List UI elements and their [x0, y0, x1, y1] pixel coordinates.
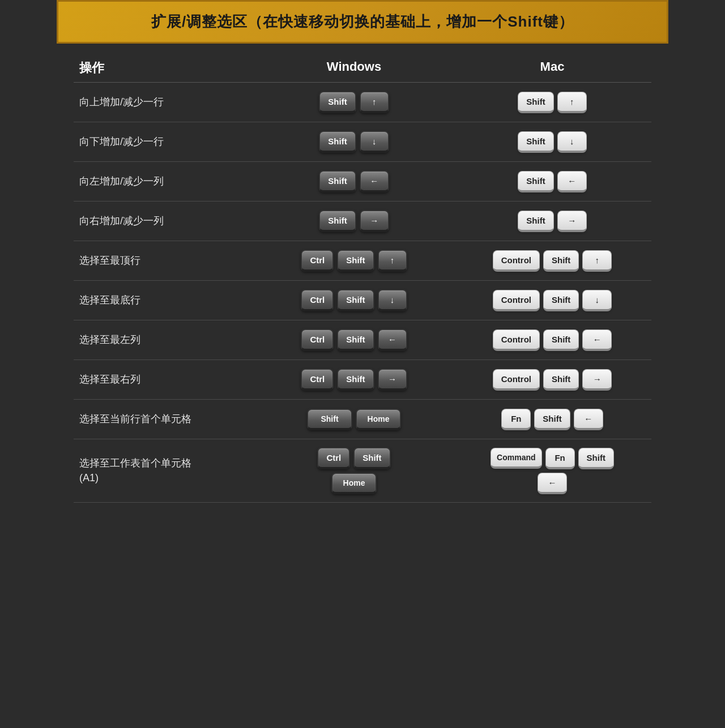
mac-keys: Fn Shift ←: [453, 409, 651, 430]
key-fn-mac: Fn: [545, 448, 575, 469]
key-up-mac: ↑: [557, 92, 587, 113]
row-label: 向上增加/减少一行: [74, 95, 255, 109]
key-up-win: ↑: [378, 250, 407, 272]
win-keys: Ctrl Shift ↑: [255, 250, 453, 272]
key-ctrl-win: Ctrl: [301, 329, 334, 351]
key-shift-mac: Shift: [518, 171, 553, 192]
key-shift-mac: Shift: [534, 409, 570, 430]
key-shift-win: Shift: [319, 210, 356, 232]
key-down-win: ↓: [360, 131, 389, 153]
col-mac: Mac: [453, 59, 651, 76]
win-keys-row2: Home: [331, 473, 377, 494]
win-keys: Ctrl Shift →: [255, 369, 453, 391]
col-windows: Windows: [255, 59, 453, 76]
key-shift-win: Shift: [337, 369, 374, 391]
table-row: 向下增加/减少一行 Shift ↓ Shift ↓: [74, 122, 651, 162]
key-left-mac: ←: [582, 329, 612, 351]
row-label: 选择至最底行: [74, 293, 255, 307]
win-keys: Ctrl Shift ←: [255, 329, 453, 351]
mac-keys: Shift ←: [453, 171, 651, 192]
key-control-mac: Control: [493, 290, 540, 311]
row-label: 向下增加/减少一行: [74, 135, 255, 149]
win-keys: Shift Home: [255, 409, 453, 430]
key-down-mac: ↓: [557, 131, 587, 153]
mac-keys-row2: ←: [538, 473, 567, 494]
key-shift-win: Shift: [319, 170, 356, 192]
page-title: 扩展/调整选区（在快速移动切换的基础上，增加一个Shift键）: [70, 12, 655, 32]
row-label: 选择至最右列: [74, 372, 255, 387]
table-row: 选择至最左列 Ctrl Shift ← Control Shift ←: [74, 320, 651, 360]
key-shift-mac: Shift: [518, 131, 553, 153]
table-row: 选择至当前行首个单元格 Shift Home Fn Shift ←: [74, 400, 651, 439]
key-left-win: ←: [360, 170, 389, 192]
row-label: 选择至最顶行: [74, 254, 255, 268]
table-row: 选择至工作表首个单元格 (A1) Ctrl Shift Home Command: [74, 439, 651, 503]
key-shift-mac: Shift: [543, 290, 579, 311]
table-row: 选择至最底行 Ctrl Shift ↓ Control Shift ↓: [74, 281, 651, 320]
row-label: 选择至工作表首个单元格 (A1): [74, 456, 255, 485]
mac-keys: Control Shift ↓: [453, 290, 651, 311]
row-label: 选择至当前行首个单元格: [74, 412, 255, 426]
row-label: 选择至最左列: [74, 333, 255, 347]
key-left-mac: ←: [557, 171, 587, 192]
win-keys: Shift →: [255, 210, 453, 232]
key-ctrl-win: Ctrl: [301, 250, 334, 272]
key-shift-mac: Shift: [518, 211, 553, 232]
col-operation: 操作: [74, 59, 255, 76]
key-shift-win: Shift: [307, 409, 352, 430]
key-ctrl-win: Ctrl: [301, 289, 334, 311]
key-right-win: →: [378, 369, 407, 391]
win-keys: Shift ↑: [255, 91, 453, 113]
main-container: 扩展/调整选区（在快速移动切换的基础上，增加一个Shift键） 操作 Windo…: [57, 0, 668, 520]
key-control-mac: Control: [493, 250, 540, 272]
mac-keys: Shift →: [453, 211, 651, 232]
column-headers: 操作 Windows Mac: [74, 49, 651, 83]
mac-keys: Control Shift ←: [453, 329, 651, 351]
key-ctrl-win: Ctrl: [301, 369, 334, 391]
key-control-mac: Control: [493, 329, 540, 351]
key-left-mac: ←: [538, 473, 567, 494]
key-shift-win: Shift: [337, 289, 374, 311]
key-shift-win: Shift: [353, 447, 390, 469]
key-up-win: ↑: [360, 91, 389, 113]
table-area: 操作 Windows Mac 向上增加/减少一行 Shift ↑ Shift ↑…: [57, 44, 668, 520]
key-fn-mac: Fn: [501, 409, 531, 430]
key-control-mac: Control: [493, 369, 540, 391]
win-keys: Shift ↓: [255, 131, 453, 153]
win-keys: Ctrl Shift Home: [255, 447, 453, 494]
key-down-win: ↓: [378, 289, 407, 311]
mac-keys: Shift ↑: [453, 92, 651, 113]
page-header: 扩展/调整选区（在快速移动切换的基础上，增加一个Shift键）: [57, 0, 668, 44]
key-right-mac: →: [582, 369, 612, 391]
key-down-mac: ↓: [582, 290, 612, 311]
mac-keys-row1: Command Fn Shift: [491, 448, 614, 469]
table-row: 向左增加/减少一列 Shift ← Shift ←: [74, 162, 651, 202]
key-shift-mac: Shift: [543, 250, 579, 272]
win-keys: Shift ←: [255, 170, 453, 192]
key-shift-mac: Shift: [543, 329, 579, 351]
row-label: 向左增加/减少一列: [74, 174, 255, 189]
key-shift-mac: Shift: [543, 369, 579, 391]
key-right-mac: →: [557, 211, 587, 232]
key-shift-mac: Shift: [518, 92, 553, 113]
key-shift-win: Shift: [337, 329, 374, 351]
key-left-mac: ←: [574, 409, 603, 430]
key-shift-mac: Shift: [578, 448, 614, 469]
key-left-win: ←: [378, 329, 407, 351]
win-multiline-keys: Ctrl Shift Home: [317, 447, 390, 494]
mac-keys: Control Shift ↑: [453, 250, 651, 272]
mac-keys: Shift ↓: [453, 131, 651, 153]
key-home-win: Home: [356, 409, 401, 430]
table-row: 选择至最顶行 Ctrl Shift ↑ Control Shift ↑: [74, 241, 651, 281]
key-home-win: Home: [331, 473, 377, 494]
key-up-mac: ↑: [582, 250, 612, 272]
win-keys-row1: Ctrl Shift: [317, 447, 390, 469]
key-shift-win: Shift: [319, 131, 356, 153]
key-ctrl-win: Ctrl: [317, 447, 350, 469]
win-keys: Ctrl Shift ↓: [255, 289, 453, 311]
key-command-mac: Command: [491, 448, 541, 469]
mac-keys: Command Fn Shift ←: [453, 448, 651, 494]
mac-keys: Control Shift →: [453, 369, 651, 391]
key-right-win: →: [360, 210, 389, 232]
key-shift-win: Shift: [319, 91, 356, 113]
